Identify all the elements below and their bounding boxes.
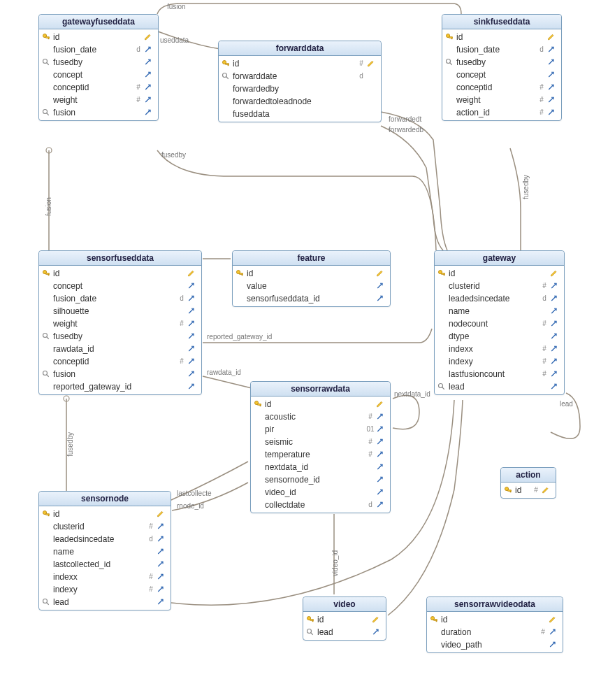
column-row[interactable]: id bbox=[435, 267, 564, 280]
column-row[interactable]: sensorfuseddata_id bbox=[233, 292, 390, 305]
column-row[interactable]: id# bbox=[501, 484, 556, 497]
column-row[interactable]: id bbox=[442, 31, 561, 43]
link-arrow-icon[interactable] bbox=[157, 573, 168, 581]
column-row[interactable]: concept bbox=[442, 69, 561, 81]
pencil-icon[interactable] bbox=[549, 615, 560, 624]
column-row[interactable]: indexy# bbox=[435, 355, 564, 368]
link-arrow-icon[interactable] bbox=[549, 641, 560, 649]
link-arrow-icon[interactable] bbox=[157, 585, 168, 594]
link-arrow-icon[interactable] bbox=[547, 108, 558, 117]
column-row[interactable]: weight# bbox=[39, 94, 158, 106]
column-row[interactable]: name bbox=[435, 305, 564, 317]
pencil-icon[interactable] bbox=[542, 486, 553, 494]
link-arrow-icon[interactable] bbox=[376, 463, 387, 471]
link-arrow-icon[interactable] bbox=[376, 476, 387, 484]
pencil-icon[interactable] bbox=[157, 510, 168, 518]
column-row[interactable]: fusion bbox=[39, 106, 158, 119]
table-video[interactable]: video idlead bbox=[303, 597, 386, 641]
link-arrow-icon[interactable] bbox=[550, 370, 561, 378]
column-row[interactable]: reported_gateway_id bbox=[39, 380, 201, 393]
column-row[interactable]: fusion bbox=[39, 368, 201, 380]
link-arrow-icon[interactable] bbox=[550, 307, 561, 315]
table-gatewayfuseddata[interactable]: gatewayfuseddata idfusion_datedfusedbyco… bbox=[38, 14, 159, 121]
link-arrow-icon[interactable] bbox=[547, 96, 558, 104]
link-arrow-icon[interactable] bbox=[144, 108, 155, 117]
column-row[interactable]: name bbox=[39, 545, 171, 558]
column-row[interactable]: lastcollected_id bbox=[39, 558, 171, 571]
column-row[interactable]: id bbox=[39, 508, 171, 520]
column-row[interactable]: concept bbox=[39, 280, 201, 292]
table-action[interactable]: action id# bbox=[500, 467, 556, 499]
link-arrow-icon[interactable] bbox=[144, 96, 155, 104]
link-arrow-icon[interactable] bbox=[550, 332, 561, 341]
column-row[interactable]: conceptid# bbox=[39, 355, 201, 368]
link-arrow-icon[interactable] bbox=[550, 357, 561, 366]
column-row[interactable]: lead bbox=[435, 380, 564, 393]
table-gateway[interactable]: gateway idclusterid#leadedsincedatedname… bbox=[434, 250, 565, 395]
link-arrow-icon[interactable] bbox=[157, 560, 168, 569]
pencil-icon[interactable] bbox=[144, 33, 155, 41]
column-row[interactable]: id bbox=[427, 613, 563, 626]
column-row[interactable]: conceptid# bbox=[39, 81, 158, 94]
link-arrow-icon[interactable] bbox=[547, 83, 558, 92]
column-row[interactable]: forwardedtoleadnode bbox=[219, 95, 381, 108]
table-sensorrawdata[interactable]: sensorrawdata idacoustic#pir01seismic#te… bbox=[250, 381, 391, 513]
link-arrow-icon[interactable] bbox=[549, 628, 560, 636]
pencil-icon[interactable] bbox=[187, 269, 198, 278]
column-row[interactable]: id bbox=[39, 31, 158, 43]
table-feature[interactable]: feature idvaluesensorfuseddata_id bbox=[232, 250, 391, 307]
column-row[interactable]: clusterid# bbox=[39, 520, 171, 533]
column-row[interactable]: duration# bbox=[427, 626, 563, 638]
link-arrow-icon[interactable] bbox=[157, 598, 168, 606]
link-arrow-icon[interactable] bbox=[376, 501, 387, 509]
link-arrow-icon[interactable] bbox=[550, 320, 561, 328]
link-arrow-icon[interactable] bbox=[376, 282, 387, 290]
column-row[interactable]: fusion_dated bbox=[39, 43, 158, 56]
link-arrow-icon[interactable] bbox=[376, 438, 387, 446]
link-arrow-icon[interactable] bbox=[550, 282, 561, 290]
table-sensornode[interactable]: sensornode idclusterid#leadedsincedatedn… bbox=[38, 491, 171, 610]
link-arrow-icon[interactable] bbox=[550, 294, 561, 303]
link-arrow-icon[interactable] bbox=[547, 58, 558, 66]
column-row[interactable]: weight# bbox=[442, 94, 561, 106]
column-row[interactable]: lead bbox=[39, 596, 171, 608]
link-arrow-icon[interactable] bbox=[376, 488, 387, 497]
link-arrow-icon[interactable] bbox=[144, 71, 155, 79]
link-arrow-icon[interactable] bbox=[376, 294, 387, 303]
column-row[interactable]: value bbox=[233, 280, 390, 292]
column-row[interactable]: id bbox=[303, 613, 386, 626]
pencil-icon[interactable] bbox=[372, 615, 383, 624]
link-arrow-icon[interactable] bbox=[187, 383, 198, 391]
table-sinkfuseddata[interactable]: sinkfuseddata idfusion_datedfusedbyconce… bbox=[442, 14, 562, 121]
column-row[interactable]: fusedby bbox=[39, 56, 158, 69]
link-arrow-icon[interactable] bbox=[550, 383, 561, 391]
column-row[interactable]: video_path bbox=[427, 638, 563, 651]
column-row[interactable]: id bbox=[251, 398, 390, 410]
column-row[interactable]: acoustic# bbox=[251, 410, 390, 423]
column-row[interactable]: fusedby bbox=[442, 56, 561, 69]
column-row[interactable]: id bbox=[233, 267, 390, 280]
column-row[interactable]: collectdated bbox=[251, 499, 390, 511]
link-arrow-icon[interactable] bbox=[547, 71, 558, 79]
column-row[interactable]: forwardedby bbox=[219, 83, 381, 95]
link-arrow-icon[interactable] bbox=[187, 332, 198, 341]
column-row[interactable]: lead bbox=[303, 626, 386, 638]
column-row[interactable]: seismic# bbox=[251, 436, 390, 448]
column-row[interactable]: sensornode_id bbox=[251, 473, 390, 486]
column-row[interactable]: fusion_dated bbox=[442, 43, 561, 56]
column-row[interactable]: forwarddated bbox=[219, 70, 381, 83]
pencil-icon[interactable] bbox=[376, 400, 387, 408]
pencil-icon[interactable] bbox=[367, 59, 378, 68]
column-row[interactable]: weight# bbox=[39, 317, 201, 330]
column-row[interactable]: silhouette bbox=[39, 305, 201, 317]
link-arrow-icon[interactable] bbox=[144, 58, 155, 66]
column-row[interactable]: id# bbox=[219, 57, 381, 70]
link-arrow-icon[interactable] bbox=[376, 425, 387, 434]
link-arrow-icon[interactable] bbox=[547, 45, 558, 54]
column-row[interactable]: video_id bbox=[251, 486, 390, 499]
link-arrow-icon[interactable] bbox=[187, 282, 198, 290]
table-sensorrawvideodata[interactable]: sensorrawvideodata idduration#video_path bbox=[426, 597, 563, 653]
link-arrow-icon[interactable] bbox=[157, 522, 168, 531]
link-arrow-icon[interactable] bbox=[187, 307, 198, 315]
column-row[interactable]: fuseddata bbox=[219, 108, 381, 120]
